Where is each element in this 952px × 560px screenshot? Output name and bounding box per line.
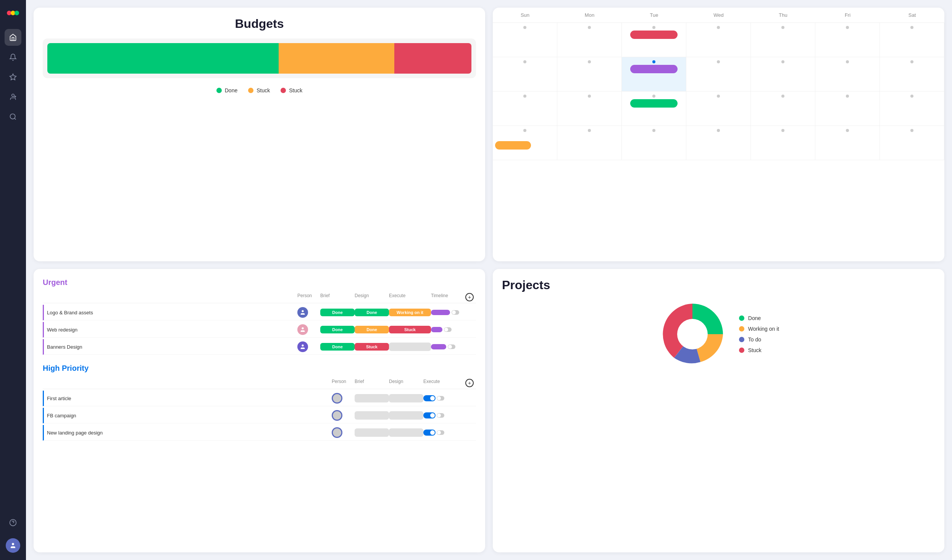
cal-cell-2-2[interactable]: [557, 57, 622, 92]
cal-cell-1-1[interactable]: [493, 23, 557, 57]
tl-toggle-small-2[interactable]: [437, 413, 444, 418]
col-execute: Execute: [389, 293, 431, 301]
empty-avatar-2: [333, 411, 341, 420]
legend-todo: To do: [739, 336, 779, 343]
user-avatar[interactable]: [5, 537, 21, 554]
status-design-1[interactable]: Done: [355, 309, 389, 316]
cal-cell-2-6[interactable]: [815, 57, 880, 92]
tl-toggle-1[interactable]: [452, 310, 459, 315]
cal-cell-3-1[interactable]: [493, 92, 557, 126]
cal-cell-4-3[interactable]: [622, 126, 686, 160]
tl-toggle-2[interactable]: [444, 327, 452, 332]
status-execute-2[interactable]: Stuck: [389, 326, 431, 333]
status-design-3[interactable]: Stuck: [355, 343, 389, 351]
cal-cell-3-7[interactable]: [880, 92, 944, 126]
hp-toggle-pill-3[interactable]: [423, 430, 436, 436]
col-add: +: [465, 293, 476, 301]
status-brief-2[interactable]: Done: [320, 326, 355, 333]
logo[interactable]: [6, 6, 20, 20]
hp-toggle-pill-1[interactable]: [423, 395, 436, 401]
cal-cell-4-6[interactable]: [815, 126, 880, 160]
cal-cell-3-4[interactable]: [686, 92, 751, 126]
calendar-header: Sun Mon Tue Wed Thu Fri Sat: [493, 8, 944, 23]
cal-cell-1-4[interactable]: [686, 23, 751, 57]
tl-toggle-small-3[interactable]: [437, 430, 444, 435]
cal-cell-2-1[interactable]: [493, 57, 557, 92]
calendar-row-1: [493, 23, 944, 57]
cal-cell-2-5[interactable]: [751, 57, 815, 92]
cal-cell-2-7[interactable]: [880, 57, 944, 92]
toggle-pill-inner-3: [430, 430, 435, 435]
legend-dot-stuck-red: [281, 88, 286, 93]
sidebar-item-search[interactable]: [5, 108, 21, 125]
sidebar: [0, 0, 26, 560]
cal-cell-1-2[interactable]: [557, 23, 622, 57]
cal-cell-4-1[interactable]: [493, 126, 557, 160]
hp-col-name: [43, 379, 332, 387]
cal-dot: [781, 95, 784, 98]
hp-row-name-1: First article: [47, 396, 332, 401]
tl-bar-2: [431, 327, 442, 332]
cal-cell-1-3[interactable]: [622, 23, 686, 57]
cal-cell-4-2[interactable]: [557, 126, 622, 160]
pie-chart: [658, 300, 727, 369]
pie-label-todo: To do: [748, 336, 761, 343]
timeline-3: [431, 344, 465, 349]
cal-dot: [523, 60, 526, 63]
status-design-2[interactable]: Done: [355, 326, 389, 333]
hp-toggle-2: [423, 412, 465, 418]
bar-done: [47, 43, 279, 74]
budget-bar-container: [43, 39, 476, 78]
budget-legend: Done Stuck Stuck: [43, 87, 476, 93]
sidebar-item-home[interactable]: [5, 29, 21, 46]
tasks-card: Urgent Person Brief Design Execute Timel…: [34, 269, 485, 552]
cal-dot: [588, 95, 591, 98]
pie-dot-todo: [739, 337, 744, 342]
status-brief-3[interactable]: Done: [320, 343, 355, 351]
legend-label-stuck-orange: Stuck: [257, 87, 270, 93]
hp-toggle-pill-2[interactable]: [423, 412, 436, 418]
pie-label-working: Working on it: [748, 326, 779, 332]
cal-cell-3-5[interactable]: [751, 92, 815, 126]
cal-cell-1-5[interactable]: [751, 23, 815, 57]
cal-cell-4-5[interactable]: [751, 126, 815, 160]
urgent-row-2: Web redesign Done Done Stuck: [43, 322, 476, 338]
cal-dot: [846, 95, 849, 98]
add-hp-column-button[interactable]: +: [465, 379, 474, 387]
cal-dot-blue: [652, 60, 655, 63]
tl-toggle-3[interactable]: [448, 344, 455, 349]
cal-dot: [846, 60, 849, 63]
legend-stuck-red: Stuck: [281, 87, 302, 93]
cal-bar-red: [630, 31, 678, 39]
cal-cell-3-3[interactable]: [622, 92, 686, 126]
sidebar-item-invite[interactable]: [5, 89, 21, 105]
status-execute-1[interactable]: Working on it: [389, 309, 431, 316]
cal-bar-green: [630, 99, 678, 108]
sidebar-item-help[interactable]: [5, 514, 21, 531]
cal-cell-3-2[interactable]: [557, 92, 622, 126]
legend-label-stuck-red: Stuck: [289, 87, 302, 93]
tl-toggle-small[interactable]: [437, 396, 444, 401]
hp-person-1: [332, 393, 342, 404]
cal-cell-1-6[interactable]: [815, 23, 880, 57]
cal-cell-2-3[interactable]: [622, 57, 686, 92]
sidebar-item-notifications[interactable]: [5, 49, 21, 66]
empty-avatar-3: [333, 428, 341, 437]
high-priority-title: High Priority: [43, 364, 476, 373]
tl-bar-3: [431, 344, 446, 349]
cal-header-sat: Sat: [880, 8, 944, 23]
cal-cell-4-4[interactable]: [686, 126, 751, 160]
svg-point-14: [302, 344, 303, 346]
status-brief-1[interactable]: Done: [320, 309, 355, 316]
bar-stuck-red: [394, 43, 471, 74]
add-urgent-column-button[interactable]: +: [465, 293, 474, 301]
hp-row-name-3: New landing page design: [47, 430, 332, 436]
cal-dot: [781, 26, 784, 29]
cal-dot: [717, 26, 720, 29]
cal-cell-2-4[interactable]: [686, 57, 751, 92]
cal-cell-3-6[interactable]: [815, 92, 880, 126]
cal-cell-1-7[interactable]: [880, 23, 944, 57]
sidebar-item-favorites[interactable]: [5, 69, 21, 85]
cal-dot: [652, 95, 655, 98]
cal-cell-4-7[interactable]: [880, 126, 944, 160]
